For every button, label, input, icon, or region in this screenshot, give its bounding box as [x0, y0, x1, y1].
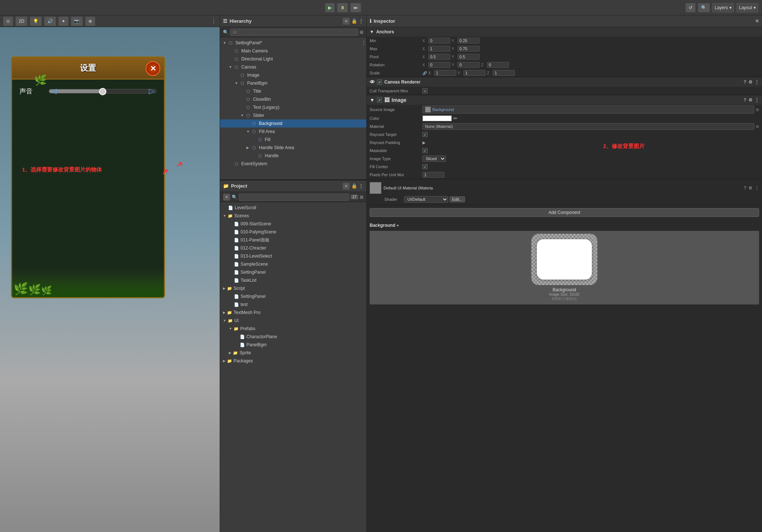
- rot-y-input[interactable]: [458, 62, 480, 68]
- project-item[interactable]: 📄LevelScroll: [220, 204, 366, 212]
- min-y-input[interactable]: [458, 38, 480, 44]
- rot-z-input[interactable]: [487, 62, 509, 68]
- add-component-button[interactable]: Add Component: [370, 208, 759, 217]
- layers-dropdown[interactable]: Layers ▾: [712, 3, 734, 12]
- scale-z-input[interactable]: [493, 70, 515, 76]
- hierarchy-item[interactable]: ⬡EventSystem: [220, 160, 366, 168]
- hierarchy-item[interactable]: ⬡Image: [220, 71, 366, 79]
- hierarchy-item[interactable]: ▼⬡SettingPanel*⋮: [220, 39, 366, 47]
- pause-button[interactable]: ⏸: [337, 3, 348, 12]
- bg-dropdown-icon[interactable]: ▾: [397, 223, 399, 228]
- image-checkbox[interactable]: ✓: [377, 97, 382, 103]
- image-type-dropdown[interactable]: Sliced Simple Tiled Filled: [422, 155, 446, 162]
- canvas-renderer-more-icon[interactable]: ⋮: [755, 80, 759, 85]
- pivot-y-input[interactable]: [458, 54, 480, 60]
- project-item[interactable]: 📄011-Panel面板: [220, 236, 366, 244]
- canvas-renderer-settings-icon[interactable]: ⚙: [748, 80, 752, 85]
- canvas-renderer-header[interactable]: 👁 ✓ Canvas Renderer ? ⚙ ⋮: [367, 77, 762, 87]
- hierarchy-search-input[interactable]: [230, 29, 358, 36]
- project-item[interactable]: 📄SampleScene: [220, 260, 366, 268]
- play-button[interactable]: ▶: [325, 3, 335, 12]
- fx-button[interactable]: ✦: [58, 16, 69, 26]
- raycast-target-checkbox[interactable]: ✓: [422, 132, 428, 137]
- color-swatch[interactable]: [422, 115, 452, 121]
- image-more-icon[interactable]: ⋮: [755, 97, 759, 103]
- min-x-input[interactable]: [428, 38, 450, 44]
- project-search-add[interactable]: +: [223, 193, 230, 201]
- sound-slider[interactable]: ◁ ▷: [49, 89, 157, 93]
- image-settings-icon[interactable]: ⚙: [748, 97, 752, 103]
- project-item[interactable]: 📄SettingPanel: [220, 292, 366, 300]
- shader-edit-button[interactable]: Edit...: [450, 196, 465, 202]
- hierarchy-item[interactable]: ⬡Handle: [220, 152, 366, 160]
- hierarchy-item[interactable]: ⬡Text (Legacy): [220, 103, 366, 111]
- project-more-icon[interactable]: ⋮: [359, 183, 363, 189]
- fill-center-checkbox[interactable]: ✓: [422, 164, 428, 169]
- project-item[interactable]: 📄PanelBgm: [220, 341, 366, 349]
- layout-dropdown[interactable]: Layout ▾: [736, 3, 758, 12]
- project-item[interactable]: 📄012-Chracter: [220, 244, 366, 252]
- color-picker-icon[interactable]: ✏: [453, 115, 458, 121]
- project-item[interactable]: 📄TaskList: [220, 276, 366, 284]
- project-search-input[interactable]: [239, 193, 349, 201]
- slider-thumb[interactable]: [99, 88, 106, 95]
- hierarchy-item[interactable]: ⬡Title: [220, 87, 366, 95]
- hierarchy-item[interactable]: ⬡Directional Light: [220, 55, 366, 63]
- anchors-header[interactable]: ▼ Anchors: [367, 27, 762, 37]
- material-more-icon[interactable]: ⋮: [755, 185, 759, 191]
- material-settings-icon[interactable]: ⚙: [748, 185, 752, 191]
- audio-button[interactable]: 🔊: [44, 16, 56, 26]
- project-lock-icon[interactable]: 🔒: [351, 183, 357, 189]
- scene-more-icon[interactable]: ⋮: [211, 18, 217, 25]
- hierarchy-item[interactable]: ▼⬡PanelBgm: [220, 79, 366, 87]
- project-item[interactable]: 📄009-StartScene: [220, 220, 366, 228]
- pivot-x-input[interactable]: [428, 54, 450, 60]
- hierarchy-filter-icon[interactable]: ⊞: [360, 30, 363, 35]
- hierarchy-lock-icon[interactable]: 🔒: [351, 18, 357, 24]
- step-button[interactable]: ⏭: [350, 3, 361, 12]
- project-item[interactable]: 📄013-LevelSelect: [220, 252, 366, 260]
- camera-button[interactable]: 📷: [71, 16, 83, 26]
- max-y-input[interactable]: [458, 46, 480, 52]
- rot-x-input[interactable]: [428, 62, 450, 68]
- hierarchy-item[interactable]: ▼⬡Fill Area: [220, 128, 366, 136]
- project-item[interactable]: ▶📁Packages: [220, 357, 366, 365]
- hierarchy-item[interactable]: ⬡Background: [220, 119, 366, 128]
- hierarchy-item-more-icon[interactable]: ⋮: [361, 40, 366, 46]
- source-image-select-icon[interactable]: ⊙: [756, 107, 759, 112]
- canvas-renderer-checkbox[interactable]: ✓: [377, 80, 382, 85]
- hierarchy-item[interactable]: ⬡Fill: [220, 136, 366, 144]
- inspector-close-icon[interactable]: ✕: [755, 18, 759, 24]
- cull-checkbox[interactable]: ✓: [422, 88, 428, 93]
- history-button[interactable]: ↺: [685, 3, 696, 12]
- shader-dropdown[interactable]: UI/Default: [404, 196, 448, 203]
- project-item[interactable]: 📄CharactorPlane: [220, 333, 366, 341]
- project-item[interactable]: ▼📁Prefabs: [220, 325, 366, 333]
- max-x-input[interactable]: [428, 46, 450, 52]
- project-item[interactable]: ▶📁TextMesh Pro: [220, 309, 366, 317]
- project-item[interactable]: ▼📁UI: [220, 317, 366, 325]
- hierarchy-add-button[interactable]: +: [342, 18, 350, 25]
- hierarchy-item[interactable]: ⬡Main Camera: [220, 47, 366, 55]
- hierarchy-item[interactable]: ⬡CloseBtn: [220, 95, 366, 103]
- 2d-button[interactable]: 2D: [15, 16, 28, 26]
- scale-y-input[interactable]: [464, 70, 486, 76]
- project-item[interactable]: 📄SettingPanel: [220, 268, 366, 276]
- hierarchy-item[interactable]: ▶⬡Handle Slide Area: [220, 144, 366, 152]
- pixels-input[interactable]: [422, 172, 444, 178]
- scale-x-input[interactable]: [434, 70, 456, 76]
- gizmo-button[interactable]: ⊕: [85, 16, 95, 26]
- project-item[interactable]: 📄test: [220, 300, 366, 309]
- search-button[interactable]: 🔍: [698, 3, 710, 12]
- project-add-button[interactable]: +: [342, 182, 350, 190]
- light-button[interactable]: 💡: [30, 16, 42, 26]
- raycast-padding-arrow[interactable]: ▶: [422, 140, 425, 145]
- hierarchy-more-icon[interactable]: ⋮: [359, 18, 363, 24]
- project-filter-icon[interactable]: ⊞: [360, 195, 363, 200]
- hierarchy-item[interactable]: ▼⬡Canvas: [220, 63, 366, 71]
- material-select-icon[interactable]: ⊙: [756, 124, 759, 129]
- project-item[interactable]: ▶📁Script: [220, 284, 366, 292]
- hierarchy-item[interactable]: ▼⬡Slider: [220, 111, 366, 119]
- project-item[interactable]: ▶📁Sprite: [220, 349, 366, 357]
- close-button[interactable]: ✕: [146, 61, 160, 76]
